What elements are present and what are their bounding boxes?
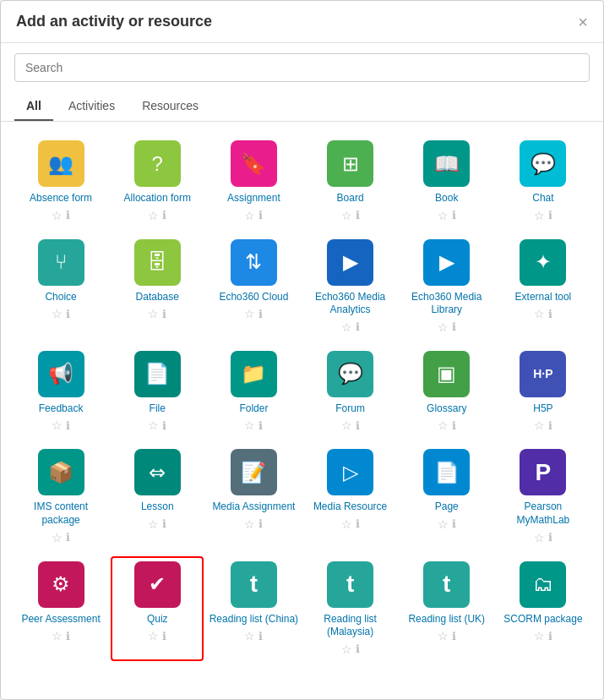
chat-label[interactable]: Chat	[532, 192, 553, 205]
allocation-form-label[interactable]: Allocation form	[124, 192, 191, 205]
item-page: 📄Page☆ℹ	[400, 444, 493, 549]
board-star[interactable]: ☆	[341, 209, 352, 222]
reading-list-uk-label[interactable]: Reading list (UK)	[408, 613, 485, 626]
item-book: 📖Book☆ℹ	[400, 135, 493, 227]
lesson-star[interactable]: ☆	[148, 517, 159, 531]
allocation-form-star[interactable]: ☆	[148, 209, 159, 222]
page-star[interactable]: ☆	[438, 517, 449, 531]
pearson-mymathlab-star[interactable]: ☆	[534, 531, 545, 544]
scorm-package-info[interactable]: ℹ	[548, 630, 552, 643]
folder-star[interactable]: ☆	[244, 418, 255, 432]
quiz-info[interactable]: ℹ	[162, 630, 166, 643]
echo360-media-analytics-label[interactable]: Echo360 Media Analytics	[305, 291, 395, 317]
reading-list-china-info[interactable]: ℹ	[258, 630, 263, 643]
choice-info[interactable]: ℹ	[66, 308, 70, 320]
echo360-media-library-info[interactable]: ℹ	[452, 320, 456, 333]
file-label[interactable]: File	[150, 402, 166, 416]
page-label[interactable]: Page	[435, 500, 459, 514]
glossary-star[interactable]: ☆	[438, 418, 449, 432]
folder-info[interactable]: ℹ	[258, 419, 263, 432]
feedback-info[interactable]: ℹ	[66, 419, 70, 432]
media-assignment-info[interactable]: ℹ	[258, 517, 263, 530]
reading-list-uk-info[interactable]: ℹ	[452, 630, 456, 643]
board-label[interactable]: Board	[337, 192, 364, 205]
pearson-mymathlab-label[interactable]: Pearson MyMathLab	[498, 500, 588, 527]
item-board: ⊞Board☆ℹ	[303, 135, 396, 227]
absence-form-star[interactable]: ☆	[52, 209, 63, 222]
media-resource-label[interactable]: Media Resource	[313, 500, 387, 514]
echo360-media-library-label[interactable]: Echo360 Media Library	[402, 291, 492, 317]
external-tool-star[interactable]: ☆	[534, 307, 545, 320]
database-info[interactable]: ℹ	[162, 308, 166, 320]
forum-label[interactable]: Forum	[335, 402, 365, 416]
media-assignment-label[interactable]: Media Assignment	[212, 500, 295, 514]
database-label[interactable]: Database	[136, 291, 179, 304]
book-label[interactable]: Book	[435, 192, 458, 205]
h5p-label[interactable]: H5P	[533, 402, 552, 416]
reading-list-china-star[interactable]: ☆	[244, 629, 255, 643]
search-input[interactable]	[14, 53, 590, 82]
external-tool-info[interactable]: ℹ	[548, 308, 552, 320]
scorm-package-label[interactable]: SCORM package	[503, 613, 582, 626]
file-info[interactable]: ℹ	[162, 419, 166, 432]
peer-assessment-label[interactable]: Peer Assessment	[21, 613, 100, 626]
assignment-label[interactable]: Assignment	[227, 192, 280, 205]
reading-list-malaysia-label[interactable]: Reading list (Malaysia)	[305, 613, 395, 639]
reading-list-malaysia-star[interactable]: ☆	[341, 643, 352, 656]
ims-content-package-info[interactable]: ℹ	[66, 531, 70, 544]
ims-content-package-star[interactable]: ☆	[52, 531, 63, 544]
assignment-info[interactable]: ℹ	[258, 209, 263, 221]
feedback-star[interactable]: ☆	[52, 418, 63, 432]
h5p-info[interactable]: ℹ	[548, 419, 552, 432]
feedback-label[interactable]: Feedback	[39, 402, 84, 416]
reading-list-china-icon: t	[231, 561, 277, 608]
tab-activities[interactable]: Activities	[57, 92, 127, 121]
echo360-cloud-info[interactable]: ℹ	[258, 308, 263, 320]
media-resource-star[interactable]: ☆	[341, 517, 352, 531]
reading-list-malaysia-info[interactable]: ℹ	[356, 643, 360, 655]
forum-info[interactable]: ℹ	[356, 419, 360, 432]
external-tool-label[interactable]: External tool	[515, 291, 572, 304]
lesson-info[interactable]: ℹ	[162, 517, 166, 530]
choice-star[interactable]: ☆	[52, 307, 63, 320]
quiz-star[interactable]: ☆	[148, 629, 159, 643]
echo360-media-analytics-star[interactable]: ☆	[341, 320, 352, 334]
file-star[interactable]: ☆	[148, 418, 159, 432]
page-info[interactable]: ℹ	[452, 517, 456, 530]
tab-resources[interactable]: Resources	[130, 92, 210, 121]
absence-form-label[interactable]: Absence form	[30, 192, 92, 205]
pearson-mymathlab-info[interactable]: ℹ	[548, 531, 552, 544]
chat-star[interactable]: ☆	[534, 209, 545, 222]
echo360-cloud-star[interactable]: ☆	[244, 307, 255, 320]
book-star[interactable]: ☆	[438, 209, 449, 222]
media-assignment-star[interactable]: ☆	[244, 517, 255, 531]
chat-info[interactable]: ℹ	[548, 209, 552, 221]
glossary-label[interactable]: Glossary	[427, 402, 466, 416]
reading-list-uk-star[interactable]: ☆	[438, 629, 449, 643]
book-info[interactable]: ℹ	[452, 209, 456, 221]
h5p-star[interactable]: ☆	[534, 418, 545, 432]
folder-label[interactable]: Folder	[239, 402, 268, 416]
board-info[interactable]: ℹ	[356, 209, 360, 221]
absence-form-info[interactable]: ℹ	[66, 209, 70, 221]
assignment-star[interactable]: ☆	[244, 209, 255, 222]
forum-star[interactable]: ☆	[341, 418, 352, 432]
echo360-cloud-label[interactable]: Echo360 Cloud	[219, 291, 288, 304]
lesson-label[interactable]: Lesson	[141, 500, 174, 514]
ims-content-package-label[interactable]: IMS content package	[16, 500, 106, 527]
database-star[interactable]: ☆	[148, 307, 159, 320]
glossary-info[interactable]: ℹ	[452, 419, 456, 432]
tab-all[interactable]: All	[14, 92, 53, 121]
echo360-media-analytics-icon: ▶	[327, 239, 373, 286]
choice-label[interactable]: Choice	[45, 291, 76, 304]
media-resource-info[interactable]: ℹ	[356, 517, 360, 530]
reading-list-china-label[interactable]: Reading list (China)	[209, 613, 298, 626]
echo360-media-library-star[interactable]: ☆	[438, 320, 449, 334]
peer-assessment-info[interactable]: ℹ	[66, 630, 70, 643]
close-button[interactable]: ×	[578, 14, 588, 30]
allocation-form-info[interactable]: ℹ	[162, 209, 166, 221]
quiz-label[interactable]: Quiz	[147, 613, 168, 626]
peer-assessment-star[interactable]: ☆	[52, 629, 63, 643]
scorm-package-star[interactable]: ☆	[534, 629, 545, 643]
echo360-media-analytics-info[interactable]: ℹ	[356, 320, 360, 333]
